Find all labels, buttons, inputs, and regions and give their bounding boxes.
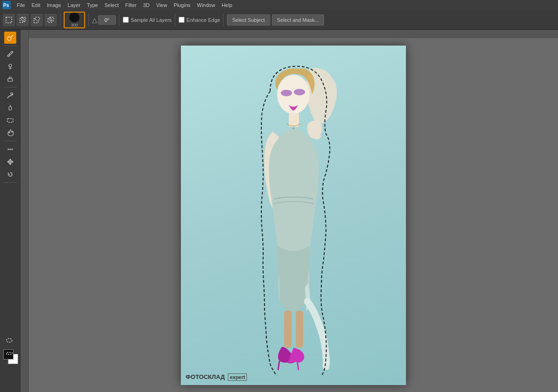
brush-size-value: 300 <box>71 23 78 27</box>
menu-view[interactable]: View <box>153 1 170 9</box>
tool-eyedropper[interactable] <box>4 48 16 60</box>
svg-rect-4 <box>22 17 26 21</box>
menu-select[interactable]: Select <box>102 1 122 9</box>
toolbar-separator-1 <box>60 14 60 26</box>
menu-window[interactable]: Window <box>194 1 218 9</box>
menu-type[interactable]: Type <box>84 1 101 9</box>
sample-all-layers-label[interactable]: Sample All Layers <box>131 17 172 23</box>
menu-edit[interactable]: Edit <box>29 1 43 9</box>
horizontal-ruler: // ruler ticks rendered via CSS <box>20 30 558 38</box>
menu-layer[interactable]: Layer <box>65 1 83 9</box>
tool-ellipse-marquee[interactable] <box>3 334 15 346</box>
sample-all-layers-checkbox[interactable] <box>123 17 129 23</box>
tool-burn[interactable] <box>4 127 16 139</box>
toolbox-separator-4 <box>4 182 17 183</box>
toolbar-separator-4 <box>175 14 175 26</box>
menu-image[interactable]: Image <box>44 1 64 9</box>
toolbox-separator-2 <box>4 87 17 87</box>
menu-help[interactable]: Help <box>219 1 235 9</box>
angle-input[interactable] <box>98 15 116 25</box>
tool-eraser[interactable] <box>4 73 16 85</box>
toolbox-separator-1 <box>4 46 17 46</box>
enhance-edge-label[interactable]: Enhance Edge <box>186 17 220 23</box>
svg-point-28 <box>292 127 294 129</box>
ps-logo: Ps <box>2 0 11 10</box>
sample-all-layers-group: Sample All Layers <box>123 17 172 23</box>
menu-bar: Ps File Edit Image Layer Type Select Fil… <box>0 0 558 10</box>
new-selection-button[interactable] <box>3 14 15 26</box>
tool-single-row-marquee[interactable] <box>3 347 15 359</box>
tool-rotate[interactable] <box>4 168 16 180</box>
options-toolbar: 300 △ Sample All Layers Enhance Edge Sel… <box>0 10 558 30</box>
enhance-edge-checkbox[interactable] <box>179 17 185 23</box>
toolbox <box>0 30 20 392</box>
photo-frame: ФОТОСКЛАД expert <box>181 46 406 385</box>
toolbox-separator-3 <box>4 141 17 141</box>
subtract-selection-button[interactable] <box>31 14 43 26</box>
brush-size-swatch[interactable]: 300 <box>64 12 85 28</box>
tool-quick-selection[interactable] <box>4 32 16 44</box>
menu-3d[interactable]: 3D <box>140 1 153 9</box>
intersect-selection-button[interactable] <box>45 14 57 26</box>
svg-rect-18 <box>7 119 13 122</box>
svg-rect-29 <box>284 311 292 348</box>
watermark: ФОТОСКЛАД expert <box>186 373 247 380</box>
svg-rect-2 <box>6 17 12 23</box>
svg-point-21 <box>11 149 13 150</box>
svg-point-13 <box>7 55 9 57</box>
toolbar-separator-2 <box>88 14 89 26</box>
svg-point-19 <box>7 149 9 150</box>
angle-group: △ <box>92 15 116 25</box>
figure-svg <box>224 60 363 376</box>
tool-brush[interactable] <box>4 89 16 101</box>
menu-plugins[interactable]: Plugins <box>171 1 193 9</box>
menu-file[interactable]: File <box>14 1 28 9</box>
svg-rect-27 <box>289 113 299 127</box>
svg-rect-23 <box>7 352 12 354</box>
svg-point-20 <box>9 149 11 150</box>
svg-rect-6 <box>35 17 40 20</box>
tool-rectangle-marquee[interactable] <box>4 114 16 126</box>
svg-point-11 <box>7 37 11 40</box>
toolbar-separator-3 <box>119 14 120 26</box>
tool-move[interactable] <box>4 156 16 168</box>
select-subject-button[interactable]: Select Subject <box>227 14 270 26</box>
svg-rect-30 <box>296 311 303 348</box>
svg-point-16 <box>11 93 13 94</box>
enhance-edge-group: Enhance Edge <box>179 17 220 23</box>
angle-icon: △ <box>92 16 97 24</box>
svg-point-26 <box>294 89 305 95</box>
add-to-selection-button[interactable] <box>17 14 29 26</box>
select-and-mask-button[interactable]: Select and Mask... <box>272 14 325 26</box>
brush-preview <box>69 13 80 22</box>
menu-filter[interactable]: Filter <box>122 1 139 9</box>
svg-rect-15 <box>8 79 13 81</box>
tool-spot-healing[interactable] <box>4 143 16 155</box>
toolbar-separator-5 <box>223 14 224 26</box>
photo-subject <box>181 46 406 385</box>
svg-rect-10 <box>20 30 558 38</box>
tool-clone-stamp[interactable] <box>4 60 16 73</box>
svg-point-25 <box>281 90 292 96</box>
svg-point-14 <box>9 64 12 67</box>
svg-line-12 <box>11 35 13 37</box>
watermark-text: ФОТОСКЛАД <box>186 373 225 380</box>
tool-dodge[interactable] <box>4 102 16 114</box>
vertical-ruler <box>20 30 29 392</box>
svg-point-17 <box>9 106 12 110</box>
svg-line-31 <box>278 361 279 370</box>
svg-text:Ps: Ps <box>3 3 9 8</box>
svg-point-22 <box>7 339 12 342</box>
canvas-area[interactable]: ФОТОСКЛАД expert <box>29 38 558 392</box>
watermark-badge: expert <box>228 373 247 381</box>
